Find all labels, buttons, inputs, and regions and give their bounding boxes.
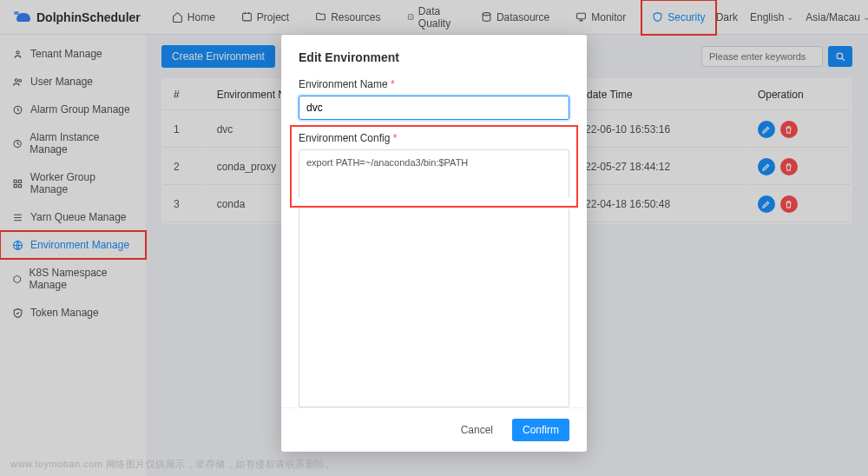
label-env-name: Environment Name <box>299 78 569 90</box>
env-config-textarea-ext[interactable] <box>299 208 569 407</box>
modal-title: Edit Environment <box>299 50 569 64</box>
env-config-highlight: Environment Config <box>290 125 578 208</box>
env-config-textarea[interactable] <box>299 149 569 198</box>
cancel-button[interactable]: Cancel <box>450 419 503 441</box>
modal-overlay: Edit Environment Environment Name Enviro… <box>0 0 868 476</box>
label-env-config: Environment Config <box>299 132 569 144</box>
watermark: www.toymoban.com 网络图片仅供展示，非存储，如有侵权请联系删除。 <box>10 458 335 471</box>
confirm-button[interactable]: Confirm <box>512 419 569 441</box>
edit-environment-modal: Edit Environment Environment Name Enviro… <box>281 35 587 452</box>
env-name-input[interactable] <box>299 96 569 120</box>
